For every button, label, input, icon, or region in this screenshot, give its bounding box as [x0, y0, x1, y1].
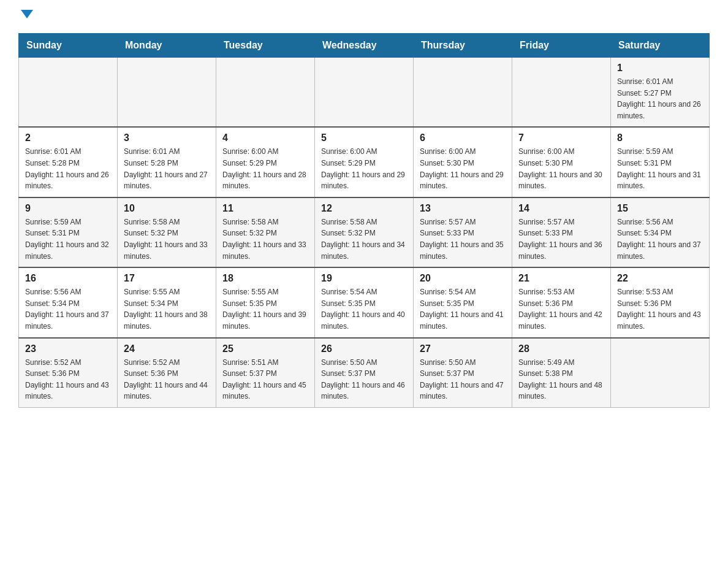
day-number: 21 — [518, 273, 604, 284]
day-number: 16 — [25, 273, 111, 284]
calendar-cell: 26Sunrise: 5:50 AM Sunset: 5:37 PM Dayli… — [315, 338, 414, 408]
day-info: Sunrise: 5:51 AM Sunset: 5:37 PM Dayligh… — [222, 357, 308, 402]
day-info: Sunrise: 5:55 AM Sunset: 5:35 PM Dayligh… — [222, 286, 308, 332]
calendar-cell: 16Sunrise: 5:56 AM Sunset: 5:34 PM Dayli… — [19, 267, 118, 337]
page-header — [18, 12, 710, 21]
day-info: Sunrise: 5:50 AM Sunset: 5:37 PM Dayligh… — [420, 357, 506, 402]
week-row-3: 9Sunrise: 5:59 AM Sunset: 5:31 PM Daylig… — [19, 197, 710, 267]
day-number: 24 — [124, 343, 210, 354]
day-info: Sunrise: 6:00 AM Sunset: 5:29 PM Dayligh… — [321, 146, 407, 191]
day-number: 25 — [222, 343, 308, 354]
calendar-cell: 25Sunrise: 5:51 AM Sunset: 5:37 PM Dayli… — [216, 338, 315, 408]
calendar-header-row: SundayMondayTuesdayWednesdayThursdayFrid… — [19, 34, 710, 58]
day-number: 28 — [518, 343, 604, 354]
day-header-friday: Friday — [512, 34, 611, 58]
day-info: Sunrise: 6:01 AM Sunset: 5:28 PM Dayligh… — [25, 146, 111, 191]
calendar-cell — [118, 58, 216, 128]
calendar-cell: 24Sunrise: 5:52 AM Sunset: 5:36 PM Dayli… — [118, 338, 216, 408]
day-info: Sunrise: 5:55 AM Sunset: 5:34 PM Dayligh… — [124, 286, 210, 332]
calendar-table: SundayMondayTuesdayWednesdayThursdayFrid… — [18, 33, 710, 408]
day-number: 10 — [124, 203, 210, 214]
day-info: Sunrise: 6:01 AM Sunset: 5:27 PM Dayligh… — [617, 76, 703, 121]
day-info: Sunrise: 5:54 AM Sunset: 5:35 PM Dayligh… — [420, 286, 506, 332]
day-info: Sunrise: 6:00 AM Sunset: 5:30 PM Dayligh… — [518, 146, 604, 191]
calendar-cell: 10Sunrise: 5:58 AM Sunset: 5:32 PM Dayli… — [118, 197, 216, 267]
day-info: Sunrise: 5:57 AM Sunset: 5:33 PM Dayligh… — [420, 216, 506, 262]
day-number: 2 — [25, 132, 111, 144]
day-number: 4 — [222, 132, 308, 144]
day-info: Sunrise: 5:58 AM Sunset: 5:32 PM Dayligh… — [124, 216, 210, 262]
day-info: Sunrise: 5:53 AM Sunset: 5:36 PM Dayligh… — [617, 286, 703, 332]
day-number: 6 — [420, 132, 506, 144]
logo-triangle-icon — [21, 10, 33, 18]
day-info: Sunrise: 5:58 AM Sunset: 5:32 PM Dayligh… — [321, 216, 407, 262]
day-number: 1 — [617, 63, 703, 74]
calendar-cell — [19, 58, 118, 128]
day-number: 5 — [321, 132, 407, 144]
day-info: Sunrise: 5:53 AM Sunset: 5:36 PM Dayligh… — [518, 286, 604, 332]
day-number: 7 — [518, 132, 604, 144]
day-info: Sunrise: 5:52 AM Sunset: 5:36 PM Dayligh… — [124, 357, 210, 402]
calendar-cell: 3Sunrise: 6:01 AM Sunset: 5:28 PM Daylig… — [118, 127, 216, 197]
day-info: Sunrise: 5:52 AM Sunset: 5:36 PM Dayligh… — [25, 357, 111, 402]
calendar-cell: 22Sunrise: 5:53 AM Sunset: 5:36 PM Dayli… — [611, 267, 710, 337]
calendar-cell: 27Sunrise: 5:50 AM Sunset: 5:37 PM Dayli… — [414, 338, 512, 408]
week-row-2: 2Sunrise: 6:01 AM Sunset: 5:28 PM Daylig… — [19, 127, 710, 197]
day-number: 12 — [321, 203, 407, 214]
day-header-saturday: Saturday — [611, 34, 710, 58]
calendar-cell: 2Sunrise: 6:01 AM Sunset: 5:28 PM Daylig… — [19, 127, 118, 197]
calendar-cell: 15Sunrise: 5:56 AM Sunset: 5:34 PM Dayli… — [611, 197, 710, 267]
day-header-tuesday: Tuesday — [216, 34, 315, 58]
day-number: 11 — [222, 203, 308, 214]
calendar-cell: 20Sunrise: 5:54 AM Sunset: 5:35 PM Dayli… — [414, 267, 512, 337]
logo — [18, 12, 33, 21]
calendar-cell: 7Sunrise: 6:00 AM Sunset: 5:30 PM Daylig… — [512, 127, 611, 197]
calendar-cell: 1Sunrise: 6:01 AM Sunset: 5:27 PM Daylig… — [611, 58, 710, 128]
day-header-sunday: Sunday — [19, 34, 118, 58]
day-number: 9 — [25, 203, 111, 214]
day-info: Sunrise: 5:57 AM Sunset: 5:33 PM Dayligh… — [518, 216, 604, 262]
day-info: Sunrise: 6:01 AM Sunset: 5:28 PM Dayligh… — [124, 146, 210, 191]
day-info: Sunrise: 6:00 AM Sunset: 5:29 PM Dayligh… — [222, 146, 308, 191]
calendar-cell — [512, 58, 611, 128]
day-info: Sunrise: 5:59 AM Sunset: 5:31 PM Dayligh… — [25, 216, 111, 262]
day-header-wednesday: Wednesday — [315, 34, 414, 58]
day-number: 27 — [420, 343, 506, 354]
calendar-cell — [414, 58, 512, 128]
calendar-cell: 23Sunrise: 5:52 AM Sunset: 5:36 PM Dayli… — [19, 338, 118, 408]
day-header-monday: Monday — [118, 34, 216, 58]
calendar-cell: 9Sunrise: 5:59 AM Sunset: 5:31 PM Daylig… — [19, 197, 118, 267]
day-number: 26 — [321, 343, 407, 354]
calendar-cell: 6Sunrise: 6:00 AM Sunset: 5:30 PM Daylig… — [414, 127, 512, 197]
day-info: Sunrise: 5:58 AM Sunset: 5:32 PM Dayligh… — [222, 216, 308, 262]
calendar-cell — [216, 58, 315, 128]
day-number: 17 — [124, 273, 210, 284]
calendar-cell: 14Sunrise: 5:57 AM Sunset: 5:33 PM Dayli… — [512, 197, 611, 267]
calendar-cell: 8Sunrise: 5:59 AM Sunset: 5:31 PM Daylig… — [611, 127, 710, 197]
calendar-cell — [611, 338, 710, 408]
calendar-cell: 18Sunrise: 5:55 AM Sunset: 5:35 PM Dayli… — [216, 267, 315, 337]
day-info: Sunrise: 5:54 AM Sunset: 5:35 PM Dayligh… — [321, 286, 407, 332]
calendar-cell: 21Sunrise: 5:53 AM Sunset: 5:36 PM Dayli… — [512, 267, 611, 337]
day-number: 3 — [124, 132, 210, 144]
day-number: 20 — [420, 273, 506, 284]
day-info: Sunrise: 6:00 AM Sunset: 5:30 PM Dayligh… — [420, 146, 506, 191]
calendar-cell: 5Sunrise: 6:00 AM Sunset: 5:29 PM Daylig… — [315, 127, 414, 197]
day-header-thursday: Thursday — [414, 34, 512, 58]
day-info: Sunrise: 5:49 AM Sunset: 5:38 PM Dayligh… — [518, 357, 604, 402]
calendar-cell: 12Sunrise: 5:58 AM Sunset: 5:32 PM Dayli… — [315, 197, 414, 267]
calendar-cell: 28Sunrise: 5:49 AM Sunset: 5:38 PM Dayli… — [512, 338, 611, 408]
day-info: Sunrise: 5:56 AM Sunset: 5:34 PM Dayligh… — [617, 216, 703, 262]
day-number: 22 — [617, 273, 703, 284]
week-row-1: 1Sunrise: 6:01 AM Sunset: 5:27 PM Daylig… — [19, 58, 710, 128]
day-number: 19 — [321, 273, 407, 284]
day-number: 23 — [25, 343, 111, 354]
day-number: 14 — [518, 203, 604, 214]
day-number: 18 — [222, 273, 308, 284]
day-number: 13 — [420, 203, 506, 214]
calendar-cell — [315, 58, 414, 128]
day-number: 15 — [617, 203, 703, 214]
week-row-4: 16Sunrise: 5:56 AM Sunset: 5:34 PM Dayli… — [19, 267, 710, 337]
week-row-5: 23Sunrise: 5:52 AM Sunset: 5:36 PM Dayli… — [19, 338, 710, 408]
calendar-cell: 11Sunrise: 5:58 AM Sunset: 5:32 PM Dayli… — [216, 197, 315, 267]
